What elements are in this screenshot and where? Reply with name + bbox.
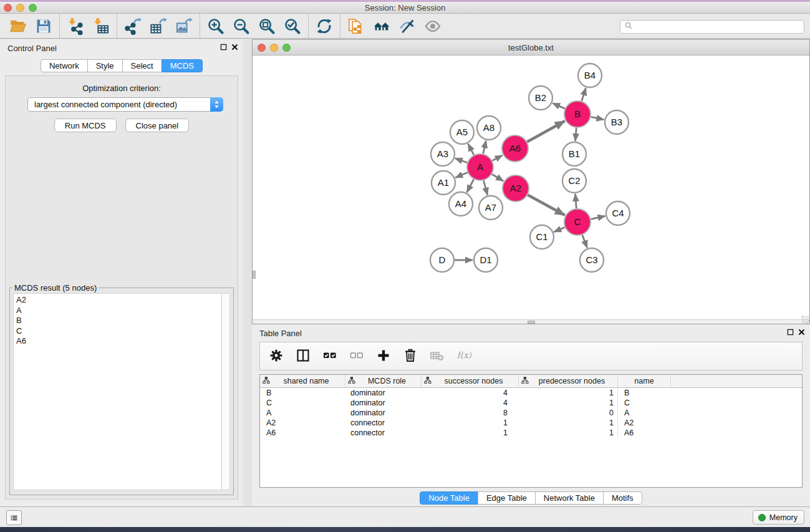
cell[interactable]: 4: [422, 388, 519, 398]
column-header-name[interactable]: name: [618, 375, 671, 387]
cell[interactable]: C: [618, 398, 671, 408]
cell[interactable]: connector: [345, 428, 422, 438]
export-network-button[interactable]: [123, 16, 143, 36]
cell[interactable]: 1: [519, 398, 618, 408]
mcds-result-list[interactable]: A2ABCA6: [13, 293, 222, 490]
tab-mcds[interactable]: MCDS: [162, 59, 203, 72]
table-row[interactable]: A6connector11A6: [260, 428, 802, 438]
cell[interactable]: dominator: [345, 408, 422, 418]
export-image-button[interactable]: [174, 16, 194, 36]
result-item[interactable]: A: [14, 306, 221, 316]
cell[interactable]: C: [260, 398, 345, 408]
edge-A2-C[interactable]: [528, 195, 564, 215]
new-network-from-file-button[interactable]: [346, 16, 366, 36]
close-panel-button[interactable]: Close panel: [125, 118, 190, 132]
network-hscroll-thumb[interactable]: [528, 321, 535, 324]
tab-motifs[interactable]: Motifs: [603, 491, 642, 505]
network-resize-grip[interactable]: [801, 316, 809, 324]
tab-node-table[interactable]: Node Table: [420, 491, 478, 505]
cell[interactable]: A: [618, 408, 671, 418]
cell[interactable]: 1: [519, 418, 618, 428]
cell[interactable]: A2: [618, 418, 671, 428]
column-header-predecessor-nodes[interactable]: predecessor nodes: [519, 375, 618, 387]
cell[interactable]: A2: [260, 418, 345, 428]
show-graphics-details-button[interactable]: [423, 16, 443, 36]
cell[interactable]: 1: [519, 428, 618, 438]
result-list-scrollbar[interactable]: [222, 293, 230, 490]
cell[interactable]: 4: [422, 398, 519, 408]
tab-network-table[interactable]: Network Table: [535, 491, 604, 505]
save-session-button[interactable]: [34, 16, 54, 36]
cell[interactable]: B: [260, 388, 345, 398]
edge-A6-B[interactable]: [527, 121, 565, 142]
memory-button[interactable]: Memory: [753, 510, 804, 525]
network-graph[interactable]: AA2A6BCA1A3A4A5A7A8B1B2B3B4C1C2C3C4DD1: [253, 56, 809, 319]
create-column-button[interactable]: [376, 348, 391, 365]
edge-C-C1[interactable]: [554, 228, 564, 232]
search-box[interactable]: [620, 20, 804, 34]
run-mcds-button[interactable]: Run MCDS: [54, 118, 117, 132]
optimization-criterion-select[interactable]: largest connected component (directed): [27, 97, 223, 112]
table-settings-button[interactable]: [269, 348, 284, 365]
result-item[interactable]: A6: [14, 336, 221, 347]
cell[interactable]: A6: [260, 428, 345, 438]
cell[interactable]: A6: [618, 428, 671, 438]
edge-C-C3[interactable]: [582, 235, 587, 248]
cell[interactable]: dominator: [345, 388, 422, 398]
cell[interactable]: 1: [422, 428, 519, 438]
edge-B-B4[interactable]: [582, 88, 586, 101]
table-row[interactable]: A2connector11A2: [260, 418, 802, 428]
edge-A-A2[interactable]: [492, 174, 503, 181]
search-input[interactable]: [635, 22, 800, 32]
column-header-mcds-role[interactable]: MCDS role: [345, 375, 422, 387]
zoom-selected-button[interactable]: [282, 16, 302, 36]
table-row[interactable]: Bdominator41B: [260, 388, 802, 398]
zoom-in-button[interactable]: [206, 16, 226, 36]
edge-B-B2[interactable]: [552, 103, 565, 109]
tab-style[interactable]: Style: [87, 59, 123, 72]
tab-edge-table[interactable]: Edge Table: [478, 491, 536, 505]
toggle-panel-layout-button[interactable]: [296, 348, 311, 365]
open-file-button[interactable]: [8, 16, 28, 36]
column-header-successor-nodes[interactable]: successor nodes: [422, 375, 519, 387]
home-layout-button[interactable]: [372, 16, 392, 36]
edge-A-A3[interactable]: [455, 158, 467, 163]
deselect-all-rows-button[interactable]: [349, 348, 364, 365]
result-item[interactable]: C: [14, 326, 221, 337]
tab-select[interactable]: Select: [122, 59, 162, 72]
edge-A-A6[interactable]: [492, 155, 502, 161]
result-item[interactable]: A2: [14, 295, 221, 306]
network-vertical-scrollbar[interactable]: [253, 271, 256, 279]
network-canvas[interactable]: AA2A6BCA1A3A4A5A7A8B1B2B3B4C1C2C3C4DD1: [253, 56, 809, 319]
close-table-panel-icon[interactable]: [798, 329, 805, 336]
cell[interactable]: dominator: [345, 398, 422, 408]
column-header-shared-name[interactable]: shared name: [260, 375, 345, 387]
zoom-out-button[interactable]: [231, 16, 251, 36]
cell[interactable]: 1: [519, 388, 618, 398]
select-all-rows-button[interactable]: [322, 348, 337, 365]
cell[interactable]: A: [260, 408, 345, 418]
delete-columns-button[interactable]: [403, 348, 418, 365]
edge-B-B3[interactable]: [591, 117, 604, 119]
zoom-fit-button[interactable]: [257, 16, 277, 36]
refresh-layout-button[interactable]: [314, 16, 334, 36]
close-panel-icon[interactable]: [231, 44, 238, 51]
cell[interactable]: B: [618, 388, 671, 398]
cell[interactable]: connector: [345, 418, 422, 428]
edge-A-A8[interactable]: [483, 140, 486, 153]
edge-A-A1[interactable]: [455, 173, 467, 178]
edge-C-C4[interactable]: [591, 216, 605, 219]
task-history-button[interactable]: [6, 510, 22, 525]
edge-C-C2[interactable]: [576, 194, 577, 208]
edge-A-A5[interactable]: [468, 144, 474, 155]
cell[interactable]: 0: [519, 408, 618, 418]
import-network-button[interactable]: [65, 16, 85, 36]
hide-graphics-details-button[interactable]: [397, 16, 417, 36]
table-row[interactable]: Cdominator41C: [260, 398, 802, 408]
network-horizontal-scrollbar[interactable]: [253, 319, 809, 324]
float-table-panel-icon[interactable]: [787, 329, 794, 336]
edge-A-A4[interactable]: [467, 179, 474, 192]
float-panel-icon[interactable]: [220, 44, 227, 51]
cell[interactable]: 1: [422, 418, 519, 428]
import-table-button[interactable]: [91, 16, 111, 36]
